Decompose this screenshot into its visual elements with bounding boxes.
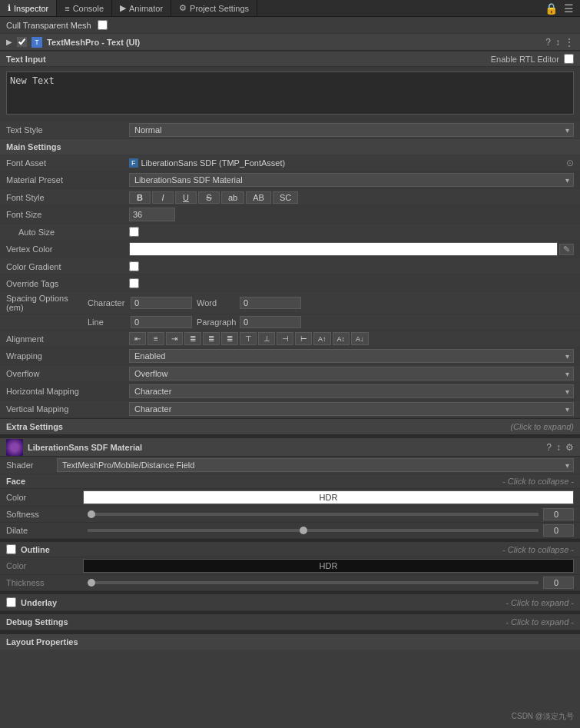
alignment-label: Alignment (6, 334, 129, 344)
outline-thickness-label: Thickness (6, 578, 83, 587)
component-header: ▶ T TextMeshPro - Text (UI) ? ↕ ⋮ (0, 34, 580, 51)
wrapping-row: Wrapping Enabled (0, 347, 580, 365)
material-preset-row: Material Preset LiberationSans SDF Mater… (0, 171, 580, 189)
horizontal-mapping-dropdown[interactable]: Character (129, 384, 574, 398)
outline-color-label: Color (6, 561, 83, 570)
override-tags-checkbox[interactable] (129, 278, 139, 288)
align-bottom[interactable]: ⊣ (277, 332, 293, 345)
outline-thickness-thumb[interactable] (88, 579, 95, 587)
material-preset-dropdown[interactable]: LiberationSans SDF Material (129, 173, 574, 187)
main-settings-label: Main Settings (6, 142, 61, 151)
align-a2[interactable]: A↕ (333, 332, 350, 345)
horizontal-mapping-value[interactable]: Character (129, 384, 574, 398)
underlay-checkbox[interactable] (6, 597, 16, 607)
face-title: Face (6, 477, 25, 486)
align-a1[interactable]: A↑ (313, 332, 331, 345)
spacing-paragraph-input[interactable] (240, 316, 301, 328)
vertical-mapping-dropdown[interactable]: Character (129, 402, 574, 416)
style-btn-strikethrough[interactable]: S (198, 191, 220, 204)
shader-dropdown[interactable]: TextMeshPro/Mobile/Distance Field (57, 458, 574, 472)
tab-bar: ℹ Inspector ≡ Console ▶ Animator ⚙ Proje… (0, 0, 580, 17)
shader-value[interactable]: TextMeshPro/Mobile/Distance Field (57, 458, 574, 472)
align-center[interactable]: ≡ (147, 332, 164, 345)
align-justify[interactable]: ≣ (184, 332, 201, 345)
settings-icon: ⚙ (179, 3, 187, 13)
face-dilate-track[interactable] (88, 529, 539, 532)
align-a3[interactable]: A↓ (351, 332, 369, 345)
text-input-label: Text Input (6, 55, 46, 64)
style-btn-uppercase[interactable]: AB (246, 191, 271, 204)
style-btn-italic[interactable]: I (152, 191, 174, 204)
more-icon[interactable]: ⋮ (565, 37, 574, 48)
style-btn-bold[interactable]: B (129, 191, 151, 204)
move-icon[interactable]: ↕ (555, 37, 560, 48)
align-justify-mid[interactable]: ≣ (203, 332, 220, 345)
face-dilate-input[interactable] (543, 524, 574, 537)
align-left[interactable]: ⇤ (129, 332, 146, 345)
enable-rtl-label: Enable RTL Editor (491, 55, 559, 64)
wrapping-value[interactable]: Enabled (129, 349, 574, 363)
font-size-input[interactable] (129, 208, 175, 221)
component-enable-checkbox[interactable] (17, 37, 27, 47)
color-gradient-checkbox[interactable] (129, 261, 139, 271)
menu-icon[interactable]: ☰ (564, 2, 574, 15)
debug-expand-btn[interactable]: - Click to expand - (505, 617, 574, 627)
face-color-hdr-field[interactable]: HDR (83, 490, 574, 504)
vertex-color-field[interactable] (129, 242, 558, 256)
lock-icon[interactable]: 🔒 (545, 2, 558, 15)
face-softness-track[interactable] (88, 513, 539, 516)
text-style-dropdown[interactable]: Normal (129, 123, 574, 137)
align-base[interactable]: ⊢ (295, 332, 312, 345)
tab-inspector[interactable]: ℹ Inspector (0, 0, 57, 16)
extra-settings-row[interactable]: Extra Settings (Click to expand) (0, 418, 580, 435)
text-input-field[interactable]: New Text (6, 71, 574, 115)
enable-rtl-checkbox[interactable] (564, 54, 574, 64)
underlay-section: Underlay - Click to expand - (0, 591, 580, 611)
tab-project-settings[interactable]: ⚙ Project Settings (171, 0, 257, 16)
face-softness-input[interactable] (543, 508, 574, 520)
face-dilate-thumb[interactable] (300, 527, 307, 534)
mat-gear-icon[interactable]: ⚙ (565, 442, 574, 453)
overflow-label: Overflow (6, 369, 129, 378)
mat-help-icon[interactable]: ? (546, 442, 552, 453)
outline-thickness-input[interactable] (543, 577, 574, 589)
outline-color-hdr-field[interactable]: HDR (83, 559, 574, 573)
auto-size-checkbox[interactable] (129, 227, 139, 237)
help-icon[interactable]: ? (545, 37, 551, 48)
font-asset-search-icon[interactable]: ⊙ (566, 158, 574, 168)
overflow-row: Overflow Overflow (0, 365, 580, 383)
spacing-line-input[interactable] (131, 316, 192, 328)
tab-animator[interactable]: ▶ Animator (112, 0, 171, 16)
vertex-color-label: Vertex Color (6, 244, 129, 254)
align-middle[interactable]: ⊥ (258, 332, 275, 345)
tab-console[interactable]: ≡ Console (57, 0, 112, 16)
overflow-value[interactable]: Overflow (129, 367, 574, 381)
underlay-expand-btn[interactable]: - Click to expand - (505, 598, 574, 607)
spacing-character-input[interactable] (131, 297, 192, 309)
spacing-word-input[interactable] (240, 297, 301, 309)
align-right[interactable]: ⇥ (166, 332, 183, 345)
face-collapse-btn[interactable]: - Click to collapse - (502, 477, 574, 486)
overflow-dropdown[interactable]: Overflow (129, 367, 574, 381)
mat-move-icon[interactable]: ↕ (556, 442, 561, 453)
vertex-color-edit-btn[interactable]: ✎ (559, 244, 574, 255)
text-input-section-header: Text Input Enable RTL Editor (0, 51, 580, 67)
style-btn-smallcaps[interactable]: SC (273, 191, 298, 204)
style-btn-lowercase[interactable]: ab (221, 191, 244, 204)
vertical-mapping-value[interactable]: Character (129, 402, 574, 416)
style-btn-underline[interactable]: U (175, 191, 197, 204)
outline-collapse-btn[interactable]: - Click to collapse - (502, 545, 574, 554)
text-input-section: New Text (0, 67, 580, 121)
extra-settings-expand[interactable]: (Click to expand) (510, 422, 574, 431)
outline-checkbox[interactable] (6, 544, 16, 554)
face-softness-thumb[interactable] (88, 510, 95, 518)
outline-thickness-track[interactable] (88, 581, 539, 584)
wrapping-dropdown[interactable]: Enabled (129, 349, 574, 363)
align-flush[interactable]: ≣ (221, 332, 238, 345)
cull-checkbox[interactable] (98, 20, 108, 30)
material-preset-value[interactable]: LiberationSans SDF Material (129, 173, 574, 187)
toggle-arrow[interactable]: ▶ (6, 38, 12, 46)
text-style-value[interactable]: Normal (129, 123, 574, 137)
align-top[interactable]: ⊤ (240, 332, 257, 345)
cull-label: Cull Transparent Mesh (6, 21, 91, 30)
